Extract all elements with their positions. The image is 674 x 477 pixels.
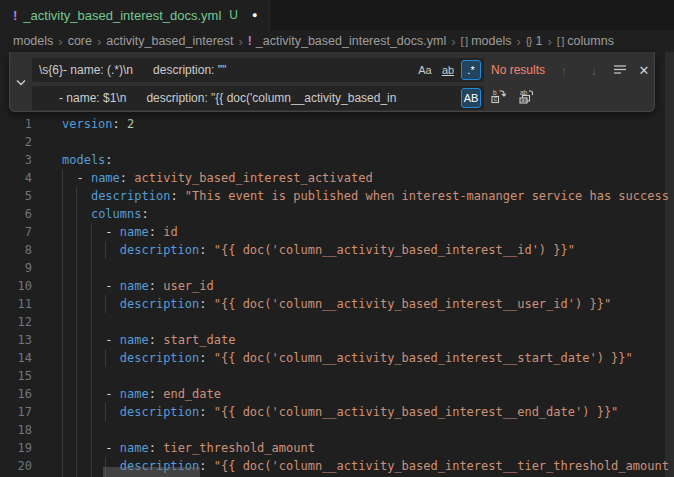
code-line[interactable]: 16 - name: end_date — [0, 385, 674, 403]
find-replace-widget: \s{6}- name: (.*)\n description: "" Aa a… — [9, 52, 655, 112]
breadcrumb-separator: › — [238, 34, 242, 49]
line-number: 16 — [0, 385, 62, 403]
svg-text:ac: ac — [521, 97, 527, 103]
next-match-button[interactable]: ↓ — [584, 60, 604, 80]
svg-text:ab: ab — [520, 89, 528, 96]
line-number: 2 — [0, 133, 62, 151]
breadcrumb-item-folder[interactable]: activity_based_interest — [106, 34, 233, 48]
previous-match-button[interactable]: ↑ — [554, 60, 574, 80]
breadcrumb-separator: › — [547, 34, 551, 49]
line-number: 6 — [0, 205, 62, 223]
line-number: 19 — [0, 439, 62, 457]
tab-active-file[interactable]: ! _activity_based_interest_docs.yml U ● — [0, 0, 270, 30]
find-query-text: \s{6}- name: (.*)\n description: "" — [39, 58, 408, 82]
breadcrumb-item-models[interactable]: models — [13, 34, 53, 48]
line-number: 17 — [0, 403, 62, 421]
array-symbol-icon: [ ] — [557, 35, 564, 47]
code-line[interactable]: 4 - name: activity_based_interest_activa… — [0, 169, 674, 187]
modified-dot-icon[interactable]: ● — [252, 10, 257, 20]
array-symbol-icon: [ ] — [461, 35, 468, 47]
breadcrumb-separator: › — [516, 34, 520, 49]
close-icon: ✕ — [639, 63, 650, 78]
arrow-up-icon: ↑ — [561, 63, 568, 78]
replace-value-text: - name: $1\n description: "{{ doc('colum… — [39, 86, 452, 110]
line-number: 4 — [0, 169, 62, 187]
line-number: 5 — [0, 187, 62, 205]
line-number: 18 — [0, 421, 62, 439]
breadcrumb-symbol-index[interactable]: {} 1 — [526, 34, 543, 48]
code-line[interactable]: 5 description: "This event is published … — [0, 187, 674, 205]
code-line[interactable]: 11 description: "{{ doc('column__activit… — [0, 295, 674, 313]
line-number: 3 — [0, 151, 62, 169]
line-number: 14 — [0, 349, 62, 367]
find-input[interactable]: \s{6}- name: (.*)\n description: "" Aa a… — [32, 58, 484, 82]
code-line[interactable]: 12 — [0, 313, 674, 331]
breadcrumb-separator: › — [58, 34, 62, 49]
yaml-file-icon: ! — [13, 8, 17, 23]
line-number: 7 — [0, 223, 62, 241]
breadcrumb-separator: › — [451, 34, 455, 49]
horizontal-scrollbar-thumb[interactable] — [103, 467, 200, 477]
code-line[interactable]: 10 - name: user_id — [0, 277, 674, 295]
replace-all-button[interactable]: ab ac — [516, 88, 536, 108]
vscode-window: ! _activity_based_interest_docs.yml U ● … — [0, 0, 674, 477]
line-number: 20 — [0, 457, 62, 475]
replace-button[interactable]: b c — [488, 88, 508, 108]
line-number: 12 — [0, 313, 62, 331]
yaml-file-icon: ! — [248, 34, 252, 48]
code-line[interactable]: 6 columns: — [0, 205, 674, 223]
git-untracked-badge: U — [229, 8, 238, 22]
line-number: 9 — [0, 259, 62, 277]
breadcrumb-symbol-models[interactable]: [ ] models — [461, 34, 512, 48]
vertical-scrollbar[interactable] — [665, 52, 674, 477]
code-line[interactable]: 8 description: "{{ doc('column__activity… — [0, 241, 674, 259]
line-number: 10 — [0, 277, 62, 295]
arrow-down-icon: ↓ — [591, 63, 598, 78]
code-line[interactable]: 9 — [0, 259, 674, 277]
code-line[interactable]: 13 - name: start_date — [0, 331, 674, 349]
tab-filename: _activity_based_interest_docs.yml — [23, 8, 221, 23]
code-line[interactable]: 1version: 2 — [0, 115, 674, 133]
line-number: 8 — [0, 241, 62, 259]
code-line[interactable]: 15 — [0, 367, 674, 385]
code-line[interactable]: 3models: — [0, 151, 674, 169]
match-case-toggle[interactable]: Aa — [415, 60, 435, 80]
find-results-count: No results — [491, 58, 545, 82]
regex-toggle[interactable]: .* — [461, 60, 481, 80]
line-number: 11 — [0, 295, 62, 313]
code-line[interactable]: 17 description: "{{ doc('column__activit… — [0, 403, 674, 421]
line-number: 1 — [0, 115, 62, 133]
whole-word-toggle[interactable]: ab — [438, 60, 458, 80]
tab-bar: ! _activity_based_interest_docs.yml U ● — [0, 0, 674, 30]
find-in-selection-button[interactable] — [610, 60, 630, 80]
code-line[interactable]: 2 — [0, 133, 674, 151]
preserve-case-toggle[interactable]: AB — [461, 88, 481, 108]
code-line[interactable]: 18 — [0, 421, 674, 439]
code-line[interactable]: 20 description: "{{ doc('column__activit… — [0, 457, 674, 475]
object-symbol-icon: {} — [526, 35, 532, 47]
replace-input[interactable]: - name: $1\n description: "{{ doc('colum… — [32, 86, 484, 110]
chevron-down-icon — [15, 73, 27, 91]
toggle-replace-button[interactable] — [10, 52, 32, 111]
code-lines: 1version: 223models:4 - name: activity_b… — [0, 115, 674, 475]
breadcrumb: models › core › activity_based_interest … — [0, 30, 674, 52]
breadcrumb-item-core[interactable]: core — [68, 34, 92, 48]
replace-icon: b c — [490, 88, 506, 108]
close-find-button[interactable]: ✕ — [634, 60, 654, 80]
breadcrumb-symbol-columns[interactable]: [ ] columns — [557, 34, 614, 48]
breadcrumb-item-file[interactable]: ! _activity_based_interest_docs.yml — [248, 34, 446, 48]
code-line[interactable]: 7 - name: id — [0, 223, 674, 241]
breadcrumb-separator: › — [97, 34, 101, 49]
selection-lines-icon — [613, 61, 627, 79]
line-number: 15 — [0, 367, 62, 385]
replace-all-icon: ab ac — [518, 88, 534, 108]
line-number: 13 — [0, 331, 62, 349]
code-line[interactable]: 19 - name: tier_threshold_amount — [0, 439, 674, 457]
code-line[interactable]: 14 description: "{{ doc('column__activit… — [0, 349, 674, 367]
